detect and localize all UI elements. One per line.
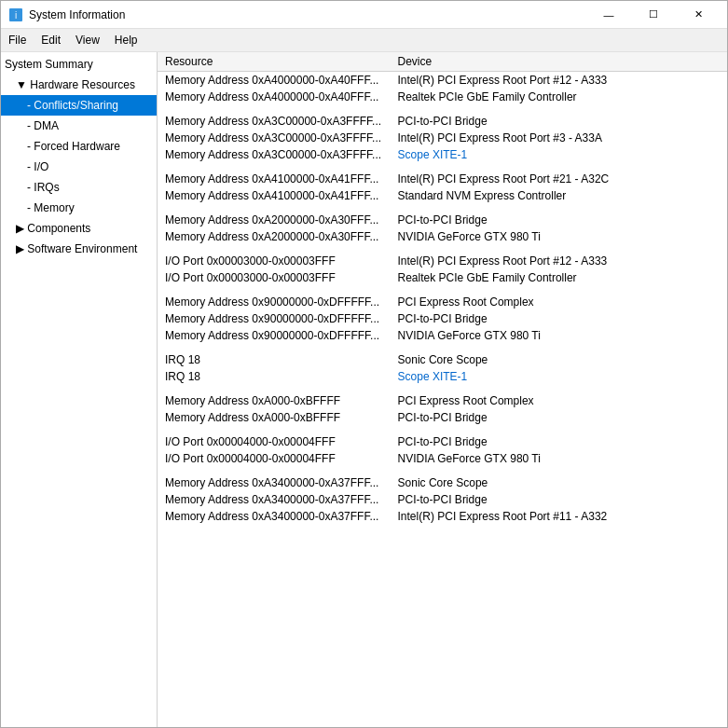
data-table: Resource Device Memory Address 0xA400000… bbox=[158, 52, 727, 525]
menu-view[interactable]: View bbox=[68, 31, 107, 49]
table-row[interactable]: Memory Address 0xA3C00000-0xA3FFFF...Sco… bbox=[158, 146, 727, 163]
table-row[interactable]: Memory Address 0xA2000000-0xA30FFF...NVI… bbox=[158, 228, 727, 245]
close-button[interactable]: ✕ bbox=[677, 5, 720, 25]
device-cell: Realtek PCIe GbE Family Controller bbox=[391, 269, 727, 286]
device-cell: NVIDIA GeForce GTX 980 Ti bbox=[391, 327, 727, 344]
resource-cell: Memory Address 0xA000-0xBFFFF bbox=[158, 409, 391, 426]
resource-cell: I/O Port 0x00003000-0x00003FFF bbox=[158, 269, 391, 286]
resource-cell: IRQ 18 bbox=[158, 368, 391, 385]
table-row[interactable]: Memory Address 0xA3400000-0xA37FFF...Int… bbox=[158, 508, 727, 525]
device-cell: PCI-to-PCI Bridge bbox=[391, 409, 727, 426]
device-cell: Sonic Core Scope bbox=[391, 467, 727, 491]
sidebar: System Summary▼ Hardware Resources- Conf… bbox=[1, 52, 158, 727]
table-row[interactable]: IRQ 18Sonic Core Scope bbox=[158, 344, 727, 368]
table-row[interactable]: Memory Address 0xA4000000-0xA40FFF...Int… bbox=[158, 72, 727, 89]
device-cell: Sonic Core Scope bbox=[391, 344, 727, 368]
sidebar-item-system-summary[interactable]: System Summary bbox=[1, 54, 157, 75]
table-row[interactable]: Memory Address 0xA000-0xBFFFFPCI Express… bbox=[158, 385, 727, 409]
table-row[interactable]: Memory Address 0xA4000000-0xA40FFF...Rea… bbox=[158, 89, 727, 105]
table-row[interactable]: Memory Address 0xA3C00000-0xA3FFFF...Int… bbox=[158, 130, 727, 146]
resource-cell: I/O Port 0x00003000-0x00003FFF bbox=[158, 245, 391, 269]
resource-cell: Memory Address 0xA3C00000-0xA3FFFF... bbox=[158, 146, 391, 163]
table-row[interactable]: Memory Address 0x90000000-0xDFFFFF...NVI… bbox=[158, 327, 727, 344]
device-cell: PCI Express Root Complex bbox=[391, 286, 727, 310]
minimize-button[interactable]: — bbox=[587, 5, 630, 25]
resource-cell: Memory Address 0x90000000-0xDFFFFF... bbox=[158, 310, 391, 327]
menu-edit[interactable]: Edit bbox=[34, 31, 68, 49]
device-cell: Intel(R) PCI Express Root Port #21 - A32… bbox=[391, 163, 727, 187]
menu-help[interactable]: Help bbox=[107, 31, 145, 49]
device-cell: PCI-to-PCI Bridge bbox=[391, 426, 727, 450]
device-cell: PCI-to-PCI Bridge bbox=[391, 310, 727, 327]
table-row[interactable]: I/O Port 0x00004000-0x00004FFFPCI-to-PCI… bbox=[158, 426, 727, 450]
resource-cell: IRQ 18 bbox=[158, 344, 391, 368]
resource-cell: Memory Address 0xA4100000-0xA41FFF... bbox=[158, 163, 391, 187]
device-cell: Intel(R) PCI Express Root Port #12 - A33… bbox=[391, 72, 727, 89]
device-cell: NVIDIA GeForce GTX 980 Ti bbox=[391, 450, 727, 467]
content-area[interactable]: Resource Device Memory Address 0xA400000… bbox=[158, 52, 727, 727]
table-row[interactable]: I/O Port 0x00004000-0x00004FFFNVIDIA GeF… bbox=[158, 450, 727, 467]
device-cell: Intel(R) PCI Express Root Port #11 - A33… bbox=[391, 508, 727, 525]
table-row[interactable]: Memory Address 0x90000000-0xDFFFFF...PCI… bbox=[158, 310, 727, 327]
device-cell: Realtek PCIe GbE Family Controller bbox=[391, 89, 727, 105]
resource-cell: Memory Address 0xA000-0xBFFFF bbox=[158, 385, 391, 409]
sidebar-item-memory[interactable]: - Memory bbox=[1, 198, 157, 218]
maximize-button[interactable]: ☐ bbox=[632, 5, 675, 25]
resource-cell: Memory Address 0xA4000000-0xA40FFF... bbox=[158, 89, 391, 105]
table-row[interactable]: Memory Address 0xA2000000-0xA30FFF...PCI… bbox=[158, 204, 727, 228]
device-cell: Intel(R) PCI Express Root Port #12 - A33… bbox=[391, 245, 727, 269]
sidebar-item-irqs[interactable]: - IRQs bbox=[1, 177, 157, 198]
table-row[interactable]: I/O Port 0x00003000-0x00003FFFIntel(R) P… bbox=[158, 245, 727, 269]
device-cell: Intel(R) PCI Express Root Port #3 - A33A bbox=[391, 130, 727, 146]
main-window: i System Information — ☐ ✕ File Edit Vie… bbox=[0, 0, 728, 728]
sidebar-item-dma[interactable]: - DMA bbox=[1, 116, 157, 136]
device-cell: Scope XITE-1 bbox=[391, 146, 727, 163]
menu-file[interactable]: File bbox=[1, 31, 34, 49]
col-header-resource: Resource bbox=[158, 52, 391, 72]
table-row[interactable]: Memory Address 0xA000-0xBFFFFPCI-to-PCI … bbox=[158, 409, 727, 426]
table-row[interactable]: Memory Address 0xA3C00000-0xA3FFFF...PCI… bbox=[158, 105, 727, 130]
table-row[interactable]: Memory Address 0xA3400000-0xA37FFF...PCI… bbox=[158, 491, 727, 508]
resource-cell: I/O Port 0x00004000-0x00004FFF bbox=[158, 450, 391, 467]
sidebar-item-hardware-resources[interactable]: ▼ Hardware Resources bbox=[1, 75, 157, 95]
resource-cell: Memory Address 0xA2000000-0xA30FFF... bbox=[158, 228, 391, 245]
table-row[interactable]: Memory Address 0xA4100000-0xA41FFF...Sta… bbox=[158, 187, 727, 204]
title-bar: i System Information — ☐ ✕ bbox=[1, 1, 727, 29]
app-icon: i bbox=[8, 7, 23, 22]
device-cell: Standard NVM Express Controller bbox=[391, 187, 727, 204]
col-header-device: Device bbox=[391, 52, 727, 72]
window-title: System Information bbox=[29, 8, 587, 21]
svg-text:i: i bbox=[15, 10, 17, 21]
resource-cell: Memory Address 0xA4100000-0xA41FFF... bbox=[158, 187, 391, 204]
table-row[interactable]: I/O Port 0x00003000-0x00003FFFRealtek PC… bbox=[158, 269, 727, 286]
table-row[interactable]: Memory Address 0x90000000-0xDFFFFF...PCI… bbox=[158, 286, 727, 310]
menu-bar: File Edit View Help bbox=[1, 29, 727, 52]
sidebar-item-conflicts-sharing[interactable]: - Conflicts/Sharing bbox=[1, 95, 157, 116]
main-content: System Summary▼ Hardware Resources- Conf… bbox=[1, 52, 727, 727]
table-row[interactable]: Memory Address 0xA4100000-0xA41FFF...Int… bbox=[158, 163, 727, 187]
resource-cell: Memory Address 0xA4000000-0xA40FFF... bbox=[158, 72, 391, 89]
window-controls: — ☐ ✕ bbox=[587, 5, 720, 25]
sidebar-item-components[interactable]: ▶ Components bbox=[1, 218, 157, 239]
sidebar-item-forced-hardware[interactable]: - Forced Hardware bbox=[1, 136, 157, 157]
device-cell: Scope XITE-1 bbox=[391, 368, 727, 385]
resource-cell: Memory Address 0xA2000000-0xA30FFF... bbox=[158, 204, 391, 228]
device-cell: PCI Express Root Complex bbox=[391, 385, 727, 409]
table-row[interactable]: Memory Address 0xA3400000-0xA37FFF...Son… bbox=[158, 467, 727, 491]
device-cell: PCI-to-PCI Bridge bbox=[391, 204, 727, 228]
table-row[interactable]: IRQ 18Scope XITE-1 bbox=[158, 368, 727, 385]
sidebar-item-io[interactable]: - I/O bbox=[1, 157, 157, 177]
resource-cell: Memory Address 0xA3C00000-0xA3FFFF... bbox=[158, 130, 391, 146]
resource-cell: Memory Address 0x90000000-0xDFFFFF... bbox=[158, 327, 391, 344]
resource-cell: Memory Address 0x90000000-0xDFFFFF... bbox=[158, 286, 391, 310]
resource-cell: Memory Address 0xA3C00000-0xA3FFFF... bbox=[158, 105, 391, 130]
device-cell: NVIDIA GeForce GTX 980 Ti bbox=[391, 228, 727, 245]
device-cell: PCI-to-PCI Bridge bbox=[391, 491, 727, 508]
sidebar-item-software-environment[interactable]: ▶ Software Environment bbox=[1, 239, 157, 259]
resource-cell: Memory Address 0xA3400000-0xA37FFF... bbox=[158, 491, 391, 508]
device-cell: PCI-to-PCI Bridge bbox=[391, 105, 727, 130]
resource-cell: Memory Address 0xA3400000-0xA37FFF... bbox=[158, 467, 391, 491]
resource-cell: I/O Port 0x00004000-0x00004FFF bbox=[158, 426, 391, 450]
resource-cell: Memory Address 0xA3400000-0xA37FFF... bbox=[158, 508, 391, 525]
